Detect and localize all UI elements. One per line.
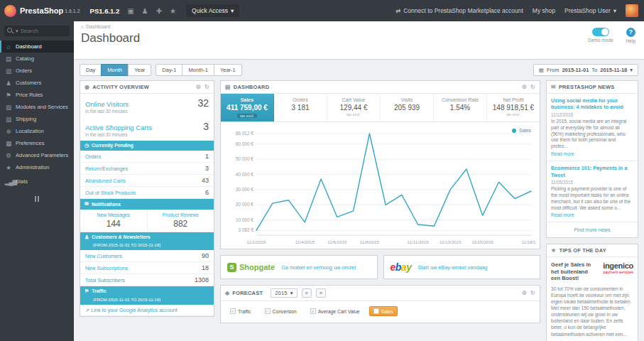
kpi-cart-value[interactable]: Cart Value 129,44 € tax excl. [327,94,381,121]
add-icon[interactable]: ✚ [156,7,162,15]
marketplace-connect-link[interactable]: ⇄ Connect to PrestaShop Marketplace acco… [395,7,523,14]
orders-icon: ▥ [5,67,12,75]
new-messages-cell[interactable]: New Messages 144 [80,210,148,232]
abandoned-carts-row: Abandoned Carts 43 [80,175,214,187]
out-of-stock-link[interactable]: Out of Stock Products [85,190,136,196]
shop-name-link[interactable]: PS1.6.1.2 [90,7,120,15]
sidebar-item-dashboard[interactable]: ⌂ Dashboard [0,40,74,53]
filter-year-button[interactable]: Year [128,64,151,76]
refresh-icon[interactable]: ↻ [530,290,535,296]
online-visitors-link[interactable]: Online Visitors [85,100,129,108]
legend-average-cart-value[interactable]: ✓ Average Cart Value [306,306,364,316]
ebay-promo-link[interactable]: Start uw eBay-winkel vandaag [417,264,487,271]
help-icon[interactable]: ? [626,28,635,37]
gear-icon[interactable]: ⚙ [522,290,527,296]
chevron-down-icon: ▾ [231,7,234,14]
sidebar-item-administration[interactable]: ★ Administration [0,161,74,173]
kpi-conversion-rate[interactable]: Conversion Rate 1.54% [434,94,487,121]
total-subscribers-link[interactable]: Total Subscribers [85,277,125,283]
section-title: Customers & Newsletters [92,234,150,240]
read-more-link[interactable]: Read more [551,151,574,156]
chevron-down-icon: ▾ [290,290,293,296]
panel-title: PrestaShop News [559,84,615,90]
prestashop-logo-icon[interactable] [4,5,16,17]
breadcrumb-item[interactable]: Dashboard [86,24,110,29]
user-menu[interactable]: PrestaShop User ▾ [564,7,616,14]
previous-period-button-group: Day-1 Month-1 Year-1 [155,64,241,76]
customer-icon[interactable]: ♟ [142,7,148,15]
sidebar-item-localization[interactable]: ⊕ Localization [0,125,74,137]
active-carts-row: Active Shopping Carts 3 [80,117,214,132]
google-analytics-label: Link to your Google Analytics account [91,307,178,313]
tip-body: 30 tot 70% van de consumenten in Europa … [551,286,633,337]
preferences-icon: ▦ [5,140,12,147]
gear-icon[interactable]: ⚙ [196,84,201,90]
kpi-orders[interactable]: Orders 3 181 [274,94,327,121]
refresh-icon[interactable]: ↻ [204,84,209,90]
new-subscriptions-value: 18 [202,264,209,271]
currently-pending-header: ◷ Currently Pending [80,141,214,151]
sidebar-item-catalog[interactable]: ▤ Catalog [0,53,74,65]
demo-mode-toggle[interactable] [592,28,609,36]
refresh-icon[interactable]: ↻ [530,84,535,90]
quick-access-menu[interactable]: Quick Access ▾ [186,4,239,17]
google-analytics-link[interactable]: ↗ Link to your Google Analytics account [85,307,178,313]
search-input[interactable] [21,28,67,34]
prestashop-news-panel: ✉ PrestaShop News Using social media for… [546,80,638,238]
date-range-picker[interactable]: ▦ From 2015-11-01 To 2015-11-18 ▾ [533,64,638,76]
user-avatar[interactable] [626,4,638,17]
online-visitors-row: Online Visitors 32 [80,94,214,109]
year-select[interactable]: 2015 ▾ [271,288,297,298]
connect-label: Connect to PrestaShop Marketplace accoun… [403,7,523,14]
pending-orders-link[interactable]: Orders [85,153,101,160]
sidebar-item-advanced-parameters[interactable]: ⚙ Advanced Parameters [0,149,74,161]
filter-day-button[interactable]: Day [80,64,102,76]
brand-version: 1.6.1.2 [65,9,80,13]
sidebar-item-label: Localization [16,128,44,134]
sidebar-item-orders[interactable]: ▥ Orders [0,65,74,77]
shopgate-wordmark: Shopgate [239,263,275,271]
next-year-button[interactable]: » [316,288,326,298]
active-carts-subtext: in the last 30 minutes [80,132,214,141]
legend-traffic[interactable]: ✓ Traffic [226,306,256,316]
kpi-net-profit[interactable]: Net Profit 148 918,51 € tax excl. [487,94,540,121]
filter-month-button[interactable]: Month [101,64,129,76]
abandoned-carts-link[interactable]: Abandoned Carts [85,178,126,184]
sidebar-item-stats[interactable]: ▂▄▆ Stats [0,175,74,188]
kpi-visits[interactable]: Visits 205 939 [381,94,434,121]
sidebar-item-modules[interactable]: ▧ Modules and Services [0,101,74,113]
sidebar-item-preferences[interactable]: ▦ Preferences [0,137,74,149]
new-customers-link[interactable]: New Customers [85,253,122,259]
cart-icon[interactable]: ▣ [127,7,133,15]
filter-month-1-button[interactable]: Month-1 [182,64,214,76]
sidebar-item-shipping[interactable]: ▨ Shipping [0,113,74,125]
legend-conversion[interactable]: ✓ Conversion [261,306,301,316]
my-shop-link[interactable]: My shop [533,7,555,14]
shopgate-promo-link[interactable]: Ga mobiel en verhoog uw omzet [281,264,356,271]
filter-day-1-button[interactable]: Day-1 [155,64,182,76]
new-subscriptions-row: New Subscriptions 18 [80,262,214,274]
tip-headline: Geef je Sales in het buitenland een Boos… [551,261,592,281]
filter-year-1-button[interactable]: Year-1 [214,64,242,76]
dashboard-panel: ▤ Dashboard ⚙ ↻ Sales 411 759,00 € tax e… [220,80,540,249]
find-more-news-link[interactable]: Find more news [547,222,638,237]
new-subscriptions-link[interactable]: New Subscriptions [85,265,128,271]
active-carts-link[interactable]: Active Shopping Carts [85,124,152,131]
gear-icon[interactable]: ⚙ [522,84,527,90]
product-reviews-cell[interactable]: Product Reviews 882 [148,210,214,232]
returns-link[interactable]: Return/Exchanges [85,166,128,172]
kpi-sales[interactable]: Sales 411 759,00 € tax excl. [221,94,274,121]
sidebar-item-customers[interactable]: ♟ Customers [0,77,74,89]
search-scope-caret-icon[interactable]: ▾ [16,28,18,34]
forecast-legend: ✓ Traffic ✓ Conversion ✓ Average Cart Va… [221,301,540,323]
trophy-icon[interactable]: ★ [170,7,176,15]
sidebar-item-price-rules[interactable]: ⚑ Price Rules [0,89,74,101]
sidebar-collapse-icon[interactable] [0,196,74,202]
legend-sales[interactable]: ✓ Sales [369,306,398,316]
article-headline[interactable]: Ecommerce 101: Payments in a Tweet [551,165,633,178]
article-headline[interactable]: Using social media for your business: 4 … [551,97,633,111]
read-more-link[interactable]: Read more [551,212,574,217]
prev-year-button[interactable]: « [302,288,312,298]
star-icon: ★ [551,247,556,254]
svg-text:11/13/2015: 11/13/2015 [440,239,462,244]
